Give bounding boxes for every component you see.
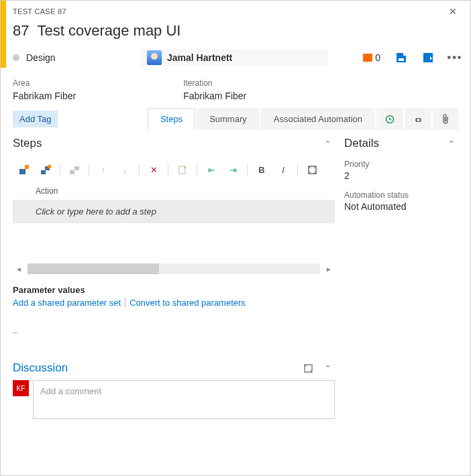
arrow-down-icon: ↓: [123, 165, 127, 175]
horizontal-scrollbar[interactable]: ◄ ►: [13, 263, 335, 274]
convert-shared-parameter-link[interactable]: Convert to shared parameters: [129, 298, 246, 308]
close-icon[interactable]: ✕: [445, 5, 461, 18]
steps-column-action: Action: [13, 182, 335, 200]
priority-value[interactable]: 2: [344, 170, 458, 181]
svg-text:+: +: [183, 165, 187, 170]
bold-icon: B: [258, 165, 264, 175]
shared-steps-icon: [70, 165, 80, 175]
move-down-button[interactable]: ↓: [116, 161, 134, 178]
collapsed-indicator: –: [13, 328, 335, 337]
scroll-left-icon[interactable]: ◄: [13, 265, 25, 273]
link-icon: [413, 115, 423, 124]
create-shared-steps-button[interactable]: [66, 161, 83, 178]
discussion-fullscreen-button[interactable]: [304, 364, 313, 373]
state-field[interactable]: Design: [13, 52, 134, 63]
delete-icon: ✕: [150, 165, 158, 175]
scroll-track[interactable]: [28, 263, 320, 274]
work-item-title[interactable]: Test coverage map UI: [37, 22, 180, 40]
scroll-thumb[interactable]: [28, 263, 159, 274]
automation-status-label: Automation status: [344, 190, 458, 200]
arrow-up-icon: ↑: [101, 165, 106, 175]
insert-step-button[interactable]: [15, 161, 33, 178]
add-tag-button[interactable]: Add Tag: [13, 111, 58, 127]
discussion-title: Discussion: [13, 361, 68, 375]
svg-rect-2: [25, 165, 29, 169]
tab-links[interactable]: [405, 108, 431, 130]
details-collapse-button[interactable]: ⌃: [444, 138, 458, 150]
save-button[interactable]: [395, 52, 407, 64]
area-label: Area: [13, 78, 76, 88]
comment-icon: [363, 54, 372, 62]
italic-icon: I: [282, 165, 284, 175]
add-attachment-button[interactable]: +: [174, 161, 191, 178]
area-field[interactable]: Area Fabrikam Fiber: [13, 78, 76, 101]
more-actions-button[interactable]: •••: [449, 52, 461, 64]
insert-shared-icon: [41, 165, 51, 175]
tab-history[interactable]: [376, 108, 403, 130]
bold-button[interactable]: B: [253, 161, 270, 178]
svg-rect-6: [70, 170, 74, 174]
priority-label: Priority: [344, 160, 458, 169]
current-user-avatar: KF: [13, 380, 29, 396]
iteration-label: Iteration: [183, 78, 246, 88]
tab-bar: Steps Summary Associated Automation: [146, 108, 458, 130]
steps-section-title: Steps: [13, 137, 42, 150]
indent-button[interactable]: ⇥: [224, 161, 242, 178]
svg-rect-7: [74, 166, 79, 170]
automation-status-value[interactable]: Not Automated: [344, 201, 458, 212]
iteration-value: Fabrikam Fiber: [183, 91, 246, 101]
svg-rect-5: [48, 165, 51, 168]
svg-rect-3: [41, 170, 46, 174]
comment-count: 0: [375, 52, 380, 63]
attachment-icon: [441, 114, 450, 125]
tab-steps[interactable]: Steps: [148, 108, 195, 130]
save-and-close-button[interactable]: [422, 52, 434, 64]
separator: [125, 298, 125, 308]
delete-step-button[interactable]: ✕: [145, 161, 162, 178]
indent-icon: ⇥: [229, 165, 237, 175]
fullscreen-button[interactable]: [303, 161, 321, 178]
fullscreen-icon: [308, 166, 317, 174]
tab-associated-automation[interactable]: Associated Automation: [261, 108, 375, 130]
state-value: Design: [26, 52, 56, 63]
italic-button[interactable]: I: [274, 161, 292, 178]
accent-bar: [1, 1, 6, 68]
svg-rect-1: [19, 169, 25, 174]
move-up-button[interactable]: ↑: [95, 161, 112, 178]
add-attach-icon: +: [178, 165, 187, 174]
insert-step-icon: [19, 165, 30, 175]
title-row: 87 Test coverage map UI: [1, 21, 470, 44]
assignee-field[interactable]: Jamal Hartnett: [140, 49, 328, 66]
work-item-type-label: TEST CASE 87: [13, 7, 66, 15]
save-icon: [397, 53, 406, 62]
state-dot-icon: [13, 54, 19, 61]
add-shared-parameter-link[interactable]: Add a shared parameter set: [13, 298, 121, 308]
outdent-icon: ⇤: [208, 165, 215, 175]
comments-indicator[interactable]: 0: [363, 52, 380, 63]
ellipsis-icon: •••: [448, 52, 463, 64]
steps-placeholder-row[interactable]: Click or type here to add a step: [13, 200, 335, 223]
outdent-button[interactable]: ⇤: [203, 161, 220, 178]
scroll-right-icon[interactable]: ►: [323, 265, 335, 273]
iteration-field[interactable]: Iteration Fabrikam Fiber: [183, 78, 246, 101]
details-section-title: Details: [344, 137, 379, 150]
area-value: Fabrikam Fiber: [13, 91, 76, 101]
work-item-id: 87: [13, 22, 29, 40]
comment-input[interactable]: Add a comment: [33, 380, 335, 419]
parameter-values-title: Parameter values: [13, 285, 335, 295]
insert-shared-step-button[interactable]: [37, 161, 54, 178]
save-close-icon: [423, 53, 433, 62]
discussion-collapse-button[interactable]: ⌃: [321, 363, 335, 374]
history-icon: [385, 115, 395, 124]
tab-summary[interactable]: Summary: [197, 108, 260, 130]
avatar-icon: [147, 50, 162, 65]
assignee-name: Jamal Hartnett: [167, 52, 232, 63]
tab-attachments[interactable]: [433, 108, 458, 130]
steps-collapse-button[interactable]: ⌃: [321, 138, 335, 150]
